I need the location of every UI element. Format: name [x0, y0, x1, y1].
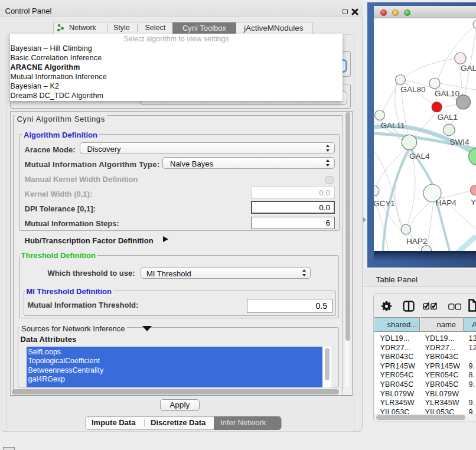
svg-text:SWI4: SWI4 — [450, 138, 470, 146]
svg-text:GAL80: GAL80 — [401, 85, 426, 94]
svg-text:HAP4: HAP4 — [436, 198, 457, 207]
svg-text:GCY1: GCY1 — [374, 199, 395, 208]
svg-text:GAL4: GAL4 — [409, 152, 430, 161]
svg-text:GAL10: GAL10 — [435, 89, 459, 98]
svg-text:Y: Y — [471, 198, 476, 207]
svg-text:GAL7: GAL7 — [461, 64, 476, 73]
svg-text:HAP2: HAP2 — [406, 237, 427, 246]
svg-text:GAL11: GAL11 — [381, 121, 405, 130]
svg-text:GAL1: GAL1 — [438, 113, 458, 122]
